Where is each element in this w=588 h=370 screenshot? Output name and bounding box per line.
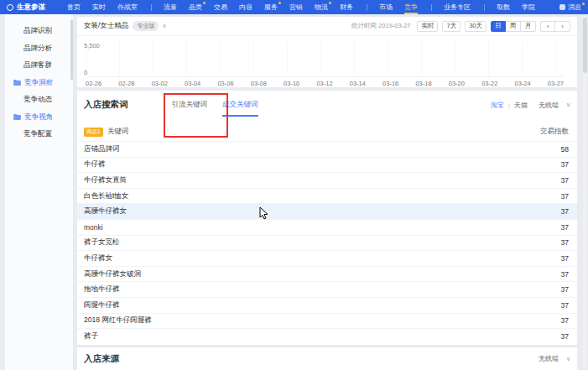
nav-divider [151,4,152,11]
table-row-hovered[interactable]: 高腰牛仔裤女37 [77,203,577,219]
keyword-cell: 拖地牛仔裤 [84,284,120,294]
x-tick: 03-27 [548,80,564,87]
nav-item-data-fetch[interactable]: 取数 [497,0,510,14]
range-button-realtime[interactable]: 实时 [417,21,438,32]
sidebar-item-brand-identify[interactable]: 品牌识别 [5,23,73,40]
nav-divider [484,4,485,11]
nav-item-academy[interactable]: 学院 [522,0,535,14]
table-header: 商品1 关键词 交易指数 [77,122,577,141]
x-tick: 03-18 [415,80,431,87]
table-row[interactable]: 牛仔裤女37 [77,250,577,266]
keyword-cell: 白色长袖t恤女 [84,191,128,201]
table-row[interactable]: 牛仔裤37 [77,157,577,173]
notification-dot [582,3,585,5]
keyword-cell: 牛仔裤女 [84,253,112,263]
page-scrollbar[interactable] [583,16,587,368]
sidebar-item-competition-insight[interactable]: 竞争洞察 [5,75,73,92]
table-row[interactable]: 白色长袖t恤女37 [77,188,577,204]
trend-chart-card: 女装/女士精品 专业版 ∨ 统计时间 2019-03-27 实时 7天 30天 … [77,17,577,87]
table-row[interactable]: 拖地牛仔裤37 [77,281,577,297]
scrollbar-handle[interactable] [583,18,587,73]
range-button-day[interactable]: 日 [491,21,506,32]
x-tick: 03-06 [217,80,233,87]
nav-item-logistics[interactable]: 物流 [315,0,328,14]
chart-header: 女装/女士精品 专业版 ∨ 统计时间 2019-03-27 实时 7天 30天 … [77,17,577,36]
keyword-cell: 裤子 [84,331,98,341]
nav-item-warroom[interactable]: 作战室 [117,0,138,14]
range-button-7d[interactable]: 7天 [442,21,461,32]
sidebar-scrollbar[interactable] [70,19,73,80]
keyword-cell: 2018 网红牛仔阔腿裤 [84,315,152,326]
channel-separator: | [508,102,510,109]
folder-icon [13,80,21,86]
chevron-down-icon[interactable]: ∨ [162,23,166,29]
nav-item-competition[interactable]: 竞争 [404,0,418,14]
folder-icon [13,114,21,120]
channel-taobao[interactable]: 淘宝 [491,101,504,110]
table-row[interactable]: 裤子37 [77,328,577,344]
keyword-cell: 高腰牛仔裤女破洞 [84,269,141,279]
version-badge: 专业版 [133,21,159,31]
chevron-down-icon[interactable]: ∨ [566,102,570,108]
value-cell: 37 [561,285,569,294]
x-tick: 03-20 [449,80,465,87]
search-section-header: 入店搜索词 引流关键词 成交关键词 淘宝 | 天猫 无线端 ∨ [77,91,577,119]
value-cell: 37 [561,192,569,201]
tab-traffic-keywords[interactable]: 引流关键词 [172,100,208,110]
nav-item-realtime[interactable]: 实时 [92,0,106,14]
nav-item-home[interactable]: 首页 [67,0,81,14]
notification-dot [278,2,281,4]
app-logo[interactable]: 生意参谋 [7,3,45,13]
category-selector[interactable]: 女装/女士精品 [84,21,128,31]
next-icon[interactable]: › [555,21,570,32]
prev-icon[interactable]: ‹ [540,21,555,32]
nav-item-category[interactable]: 品类 [189,0,202,14]
nav-item-content[interactable]: 内容 [239,0,252,14]
nav-item-business-zone[interactable]: 业务专区 [444,0,471,14]
notification-dot [203,2,206,4]
value-cell: 37 [561,160,569,169]
sidebar-item-competition-trends[interactable]: 竞争动态 [5,91,73,109]
nav-item-market[interactable]: 市场 [379,0,393,14]
device-selector[interactable]: 无线端 [539,101,559,110]
tab-conversion-keywords[interactable]: 成交关键词 [222,100,258,110]
x-axis: 02-26 02-28 03-02 03-04 03-06 03-08 03-1… [86,76,564,87]
nav-item-marketing[interactable]: 营销 [289,0,303,14]
nav-user-account[interactable]: 消息 [559,3,581,12]
device-selector[interactable]: 无线端 [539,354,559,363]
nav-item-finance[interactable]: 财务 [340,0,353,14]
x-tick: 03-16 [382,80,398,87]
user-icon [559,4,565,10]
keyword-cell: 高腰牛仔裤女 [84,206,127,216]
table-row[interactable]: 高腰牛仔裤女破洞37 [77,266,577,282]
x-tick: 03-24 [514,80,530,87]
chart-plot-area [86,40,564,76]
x-tick: 03-14 [350,80,366,87]
x-tick: 03-02 [152,80,168,87]
nav-item-service[interactable]: 服务 [264,0,278,14]
keyword-cell: 牛仔裤女直筒 [84,175,127,185]
table-row[interactable]: 店铺品牌词58 [77,141,577,157]
value-cell: 37 [561,238,569,247]
range-button-week[interactable]: 周 [506,21,521,32]
nav-item-trade[interactable]: 交易 [214,0,227,14]
sidebar-item-brand-customers[interactable]: 品牌客群 [5,57,73,75]
x-tick: 03-04 [185,80,200,87]
table-row[interactable]: 2018 网红牛仔阔腿裤37 [77,313,577,329]
sidebar-item-competition-config[interactable]: 竞争配置 [5,126,73,143]
table-row[interactable]: monki37 [77,219,577,235]
nav-item-traffic[interactable]: 流量 [164,0,177,14]
channel-tmall[interactable]: 天猫 [514,101,528,110]
notification-dot [329,2,331,4]
sidebar-item-competition-view[interactable]: 竞争视角 [5,109,73,127]
table-row[interactable]: 裤子女宽松37 [77,235,577,251]
table-row[interactable]: 牛仔裤女直筒37 [77,172,577,188]
column-header-value: 交易指数 [540,127,569,137]
chevron-down-icon[interactable]: ∨ [566,356,570,362]
table-row[interactable]: 阔腿牛仔裤37 [77,297,577,313]
nav-divider [367,4,367,11]
x-tick: 03-08 [251,80,267,87]
sidebar-item-brand-analysis[interactable]: 品牌分析 [5,40,73,58]
range-button-month[interactable]: 月 [521,21,536,32]
range-button-30d[interactable]: 30天 [465,21,487,32]
